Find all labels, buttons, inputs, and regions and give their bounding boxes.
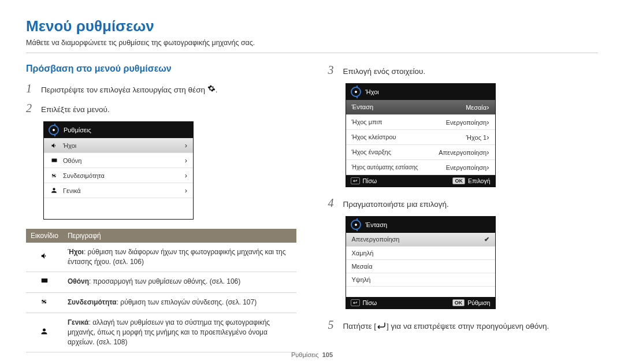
sound-icon (40, 254, 49, 262)
menu-item[interactable]: Γενικά › (44, 183, 193, 198)
page-subtitle: Μάθετε να διαμορφώνετε τις ρυθμίσεις της… (26, 39, 598, 53)
chevron-right-icon: › (185, 156, 187, 165)
table-row: Οθόνη: προσαρμογή των ρυθμίσεων οθόνης. … (26, 272, 296, 292)
ok-button-icon: OK (452, 299, 465, 306)
menu-item[interactable]: Συνδεσιμότητα › (44, 168, 193, 183)
chevron-right-icon: › (185, 186, 187, 195)
menu-item[interactable]: Απενεργοποίηση ✔ (346, 233, 495, 247)
right-column: 3 Επιλογή ενός στοιχείου. Ήχοι Ένταση Με… (328, 64, 599, 352)
menu-item[interactable]: Ήχος μπιπ Ενεργοποίηση› (346, 115, 495, 130)
camera-menu-sounds: Ήχοι Ένταση Μεσαία› Ήχος μπιπ Ενεργοποίη… (346, 83, 496, 187)
general-icon (40, 329, 49, 337)
step-number: 1 (26, 82, 35, 95)
chevron-right-icon: › (486, 103, 489, 112)
step-2: 2 Επιλέξτε ένα μενού. (26, 102, 296, 116)
page-title: Μενού ρυθμίσεων (26, 17, 598, 35)
table-row: Συνδεσιμότητα: ρύθμιση των επιλογών σύνδ… (26, 292, 296, 313)
col-desc: Περιγραφή (63, 229, 296, 243)
display-icon (50, 157, 58, 165)
dial-icon (49, 125, 59, 135)
chevron-right-icon: › (486, 163, 489, 172)
step-text: Επιλέξτε ένα μενού. (41, 105, 296, 116)
gear-icon (207, 84, 216, 96)
chevron-right-icon: › (486, 118, 489, 127)
sound-icon (50, 142, 58, 150)
left-column: Πρόσβαση στο μενού ρυθμίσεων 1 Περιστρέψ… (26, 64, 296, 352)
step-4: 4 Πραγματοποιήστε μια επιλογή. (328, 196, 599, 210)
return-icon (376, 322, 387, 330)
menu-item[interactable]: Υψηλή (346, 273, 495, 287)
step-5: 5 Πατήστε [] για να επιστρέψετε στην προ… (328, 318, 599, 332)
step-1: 1 Περιστρέψτε τον επιλογέα λειτουργίας σ… (26, 82, 296, 96)
menu-item[interactable]: Μεσαία (346, 260, 495, 273)
back-icon: ↩ (351, 177, 360, 184)
step-number: 3 (328, 64, 337, 77)
chevron-right-icon: › (185, 171, 187, 180)
table-row: Ήχοι: ρύθμιση των διάφορων ήχων της φωτο… (26, 243, 296, 272)
display-icon (40, 278, 49, 287)
chevron-right-icon: › (486, 148, 489, 157)
section-heading: Πρόσβαση στο μενού ρυθμίσεων (26, 64, 296, 74)
general-icon (50, 187, 58, 195)
dial-icon (351, 87, 361, 97)
step-number: 2 (26, 102, 35, 115)
step-text: Περιστρέψτε τον επιλογέα λειτουργίας στη… (41, 84, 296, 96)
dial-icon (351, 220, 361, 230)
menu-item[interactable]: Ήχος κλείστρου Ήχος 1› (346, 130, 495, 145)
col-icon: Εικονίδιο (26, 229, 63, 243)
back-icon: ↩ (351, 299, 360, 306)
step-text: Πατήστε [] για να επιστρέψετε στην προηγ… (343, 321, 599, 332)
camera-menu-settings: Ρυθμίσεις Ήχοι › Οθόνη › Συνδεσιμότητα › (43, 121, 194, 220)
menu-item[interactable]: Ήχος έναρξης Απενεργοποίηση› (346, 145, 495, 160)
ok-button-icon: OK (452, 177, 465, 184)
menu-item[interactable]: Ήχος αυτόματης εστίασης Ενεργοποίηση› (346, 160, 495, 175)
menu-title: Ήχοι (366, 88, 379, 95)
menu-item[interactable]: Ένταση Μεσαία› (346, 100, 495, 115)
check-icon: ✔ (484, 236, 489, 243)
menu-item[interactable]: Οθόνη › (44, 153, 193, 168)
table-row: Γενικά: αλλαγή των ρυθμίσεων για το σύστ… (26, 313, 296, 352)
step-text: Επιλογή ενός στοιχείου. (343, 66, 599, 77)
step-text: Πραγματοποιήστε μια επιλογή. (343, 199, 599, 210)
menu-item[interactable]: Ήχοι › (44, 138, 193, 153)
connectivity-icon (50, 172, 58, 180)
step-3: 3 Επιλογή ενός στοιχείου. (328, 64, 599, 77)
menu-title: Ένταση (366, 221, 388, 228)
menu-item[interactable]: Χαμηλή (346, 247, 495, 260)
svg-rect-1 (42, 278, 48, 283)
connectivity-icon (40, 299, 49, 307)
step-number: 4 (328, 196, 337, 210)
page-footer: Ρυθμίσεις 105 (0, 351, 624, 358)
svg-rect-0 (51, 158, 57, 162)
description-table: Εικονίδιο Περιγραφή Ήχοι: ρύθμιση των δι… (26, 229, 296, 352)
menu-title: Ρυθμίσεις (64, 127, 91, 133)
chevron-right-icon: › (185, 141, 187, 150)
step-number: 5 (328, 318, 337, 332)
chevron-right-icon: › (486, 133, 489, 142)
camera-menu-volume: Ένταση Απενεργοποίηση ✔ Χαμηλή Μεσαία Υψ… (346, 216, 496, 309)
